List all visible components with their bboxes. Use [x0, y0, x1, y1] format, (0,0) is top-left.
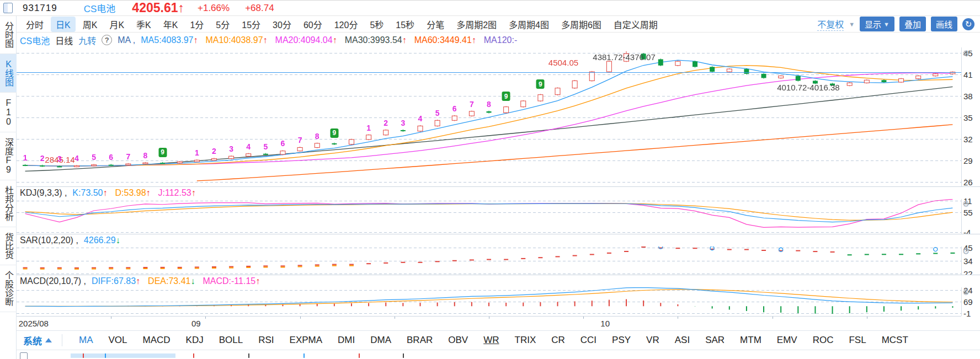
gear-icon[interactable]: ⚙ [962, 200, 970, 208]
sar-chart-canvas[interactable] [17, 247, 961, 275]
period-tab-5秒[interactable]: 5秒 [365, 17, 388, 32]
period-tab-15秒[interactable]: 15秒 [391, 17, 419, 32]
sar-values: 4266.29↓ [84, 235, 120, 245]
period-tab-周K[interactable]: 周K [78, 17, 103, 32]
indicator-tab-MTM[interactable]: MTM [732, 335, 769, 346]
axis-tick-label: 41 [963, 70, 980, 79]
indicator-tab-EXPMA[interactable]: EXPMA [282, 335, 331, 346]
period-tab-1分[interactable]: 1分 [185, 17, 209, 32]
price-up-arrow: ↑ [178, 1, 185, 15]
gear-icon[interactable]: ⚙ [962, 288, 970, 296]
indicator-tab-EMV[interactable]: EMV [769, 335, 805, 346]
td-nine-badge: 9 [158, 148, 167, 157]
indicator-tab-WR[interactable]: WR [476, 335, 507, 346]
help-icon[interactable]: ? [102, 35, 112, 45]
td-setup-number: 4 [246, 142, 251, 151]
sidebar-item-分时图[interactable]: 分时图 [0, 16, 17, 54]
indicator-tab-OBV[interactable]: OBV [440, 335, 476, 346]
indicator-tab-MACD[interactable]: MACD [135, 335, 178, 346]
period-tab-多周期6图[interactable]: 多周期6图 [556, 17, 606, 32]
nine-turn-label[interactable]: 九转 [78, 34, 96, 47]
period-tab-自定义周期[interactable]: 自定义周期 [609, 17, 663, 32]
gear-icon[interactable]: ⚙ [962, 247, 970, 255]
sidebar-item-货比货[interactable]: 货比货 [0, 227, 17, 265]
sidebar-item-深度F9[interactable]: 深度F9 [0, 132, 17, 180]
main-chart-canvas[interactable] [17, 47, 961, 186]
sidebar-item-F10[interactable]: F10 [0, 93, 17, 132]
legend-mark [359, 353, 360, 358]
legend-mark [83, 353, 84, 358]
drawline-button[interactable]: 画线 [931, 17, 957, 31]
indicator-tab-CCI[interactable]: CCI [573, 335, 604, 346]
indicator-tab-ASI[interactable]: ASI [667, 335, 697, 346]
td-setup-number: 3 [401, 119, 405, 127]
axis-tick-label: 26 [963, 178, 980, 187]
period-tab-15分[interactable]: 15分 [237, 17, 265, 32]
period-tab-日K[interactable]: 日K [51, 17, 76, 32]
indicator-tab-MCST[interactable]: MCST [874, 335, 916, 346]
window-icon[interactable] [3, 3, 13, 13]
sar-label: SAR(10,2,20) , [20, 235, 78, 245]
period-tab-年K[interactable]: 年K [158, 17, 183, 32]
period-tab-季K[interactable]: 季K [131, 17, 156, 32]
indicator-tab-RSI[interactable]: RSI [251, 335, 281, 346]
sidebar-item-个股诊断[interactable]: 个股诊断 [0, 265, 17, 312]
macd-chart-canvas[interactable] [17, 287, 961, 316]
legend-mark [403, 353, 404, 358]
chevron-down-icon[interactable]: ▼ [849, 21, 855, 28]
td-setup-number: 1 [23, 153, 28, 162]
down-arrow-icon: ↓ [190, 276, 195, 286]
td-nine-badge: 9 [536, 79, 545, 89]
indicator-value: MACD:-11.15↑ [203, 276, 260, 286]
period-tab-分笔[interactable]: 分笔 [422, 17, 449, 32]
period-tab-分时[interactable]: 分时 [21, 17, 49, 32]
indicator-tab-BOLL[interactable]: BOLL [211, 335, 251, 346]
indicator-tab-DMI[interactable]: DMI [330, 335, 363, 346]
axis-tick-label: 32 [963, 135, 980, 144]
period-tab-多周期4图[interactable]: 多周期4图 [504, 17, 554, 32]
td-setup-number: 3 [229, 144, 233, 153]
macd-label: MACD(20,10,7) , [20, 276, 86, 286]
period-tab-120分[interactable]: 120分 [329, 17, 363, 32]
stock-name[interactable]: CS电池 [84, 1, 116, 15]
date-tick [773, 317, 773, 319]
period-tab-5分[interactable]: 5分 [211, 17, 235, 32]
sidebar-item-杜邦分析[interactable]: 杜邦分析 [0, 180, 17, 227]
system-tab[interactable]: 系统 [17, 334, 62, 347]
indicator-tab-SAR[interactable]: SAR [697, 335, 732, 346]
indicator-tab-ROC[interactable]: ROC [805, 335, 841, 346]
sidebar-item-K线图[interactable]: K线图 [0, 54, 17, 93]
up-arrow-icon: ↑ [146, 188, 151, 197]
indicator-value: MA30:3993.54↑ [345, 35, 407, 45]
refresh-icon[interactable]: ↻ [962, 18, 974, 30]
adjust-mode-dropdown[interactable]: 不复权 [817, 17, 844, 31]
date-tick [583, 317, 584, 319]
td-setup-number: 6 [281, 139, 285, 148]
period-tab-60分[interactable]: 60分 [299, 17, 327, 32]
period-tab-多周期2图[interactable]: 多周期2图 [451, 17, 502, 32]
date-tick [395, 317, 395, 319]
indicator-value: MA10:4038.97↑ [205, 35, 267, 45]
indicator-tab-CR[interactable]: CR [544, 335, 573, 346]
period-tab-30分[interactable]: 30分 [268, 17, 296, 32]
axis-tick-label: -1 [963, 309, 980, 318]
indicator-tab-KDJ[interactable]: KDJ [178, 335, 211, 346]
td-setup-number: 6 [452, 104, 457, 113]
indicator-tab-BRAR[interactable]: BRAR [399, 335, 440, 346]
td-setup-number: 1 [366, 124, 371, 132]
indicator-tab-FSL[interactable]: FSL [841, 335, 874, 346]
up-arrow-icon: ↑ [333, 35, 337, 45]
display-button[interactable]: 显示▼ [860, 17, 894, 31]
overlay-button[interactable]: 叠加 [899, 17, 926, 31]
change-amount: +68.74 [245, 3, 274, 14]
indicator-tab-PSY[interactable]: PSY [604, 335, 638, 346]
indicator-tab-VOL[interactable]: VOL [101, 335, 135, 346]
indicator-tab-TRIX[interactable]: TRIX [507, 335, 544, 346]
period-tab-月K[interactable]: 月K [104, 17, 129, 32]
indicator-tab-MA[interactable]: MA [71, 335, 101, 346]
indicator-tab-DMA[interactable]: DMA [363, 335, 399, 346]
kdj-chart-canvas[interactable] [17, 199, 961, 234]
indicator-tab-VR[interactable]: VR [638, 335, 667, 346]
checkbox[interactable] [20, 352, 28, 359]
gear-icon[interactable]: ⚙ [962, 49, 970, 57]
